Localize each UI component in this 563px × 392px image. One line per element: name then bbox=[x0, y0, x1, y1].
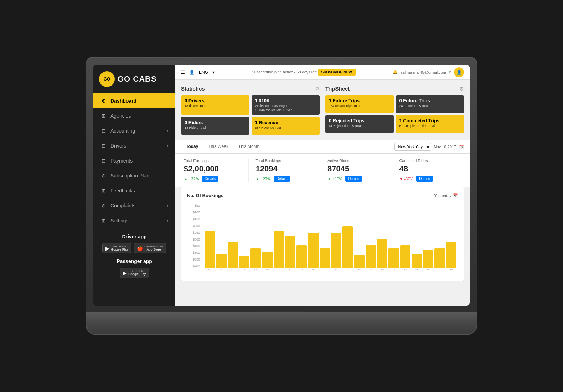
menu-icon[interactable]: ☰ bbox=[181, 70, 185, 75]
settings-chevron-icon: › bbox=[167, 219, 168, 223]
chart-header: No. Of Bookings Yesterday 📅 bbox=[187, 193, 458, 198]
topbar-center: Subscription plan active - 68 days left … bbox=[219, 69, 388, 76]
user-icon[interactable]: 👤 bbox=[189, 70, 195, 75]
sidebar-item-complaints[interactable]: ⊙ Complaints › bbox=[93, 198, 175, 213]
x-label-10: 25 bbox=[319, 268, 330, 275]
x-label-14: 29 bbox=[365, 268, 376, 275]
calendar-icon[interactable]: 📅 bbox=[459, 145, 464, 149]
bar-group-21 bbox=[446, 204, 456, 268]
agencies-nav-label: Agencies bbox=[110, 113, 131, 119]
complaints-nav-label: Complaints bbox=[110, 203, 135, 208]
date-display: Nov 10,2017 bbox=[434, 145, 456, 149]
y-label: $200 bbox=[187, 224, 201, 228]
google-play-icon: ▶ bbox=[105, 246, 109, 251]
sidebar-item-subscription[interactable]: ⊙ Subscription Plan bbox=[93, 168, 175, 183]
bar-group-10 bbox=[320, 204, 330, 268]
bar-group-3 bbox=[239, 204, 249, 268]
sidebar-item-agencies[interactable]: ⊞ Agencies bbox=[93, 108, 175, 123]
tripsheet-settings-icon[interactable]: ⚙ bbox=[459, 86, 464, 92]
passenger-google-play-button[interactable]: ▶ GET IT ON Google Play bbox=[120, 268, 149, 278]
bar-group-4 bbox=[250, 204, 261, 268]
google-play-label: Google Play bbox=[111, 248, 128, 251]
tab-this-month[interactable]: This Month bbox=[233, 140, 264, 153]
y-label: $300 bbox=[187, 238, 201, 241]
settings-nav-icon: ⊞ bbox=[100, 217, 107, 224]
y-label: $150 bbox=[187, 217, 201, 221]
drivers-chevron-icon: › bbox=[167, 144, 168, 148]
bar-0 bbox=[205, 231, 215, 268]
passenger-app-title: Passenger app bbox=[99, 258, 170, 264]
chart-period: Yesterday 📅 bbox=[434, 193, 458, 198]
chart-period-label: Yesterday bbox=[434, 194, 451, 198]
subscribe-now-button[interactable]: SUBSCRIBE NOW bbox=[318, 69, 356, 76]
avatar[interactable]: 👤 bbox=[454, 67, 464, 77]
user-email: salmanmar45@gmail.com bbox=[401, 70, 446, 74]
chart-area: $700$600$500$400$300$250$200$150$100$50 … bbox=[187, 204, 458, 275]
apple-icon: 🍎 bbox=[137, 246, 143, 251]
dashboard-nav-icon: ⊙ bbox=[100, 98, 107, 104]
bar-7 bbox=[285, 236, 295, 268]
app-store-button[interactable]: 🍎 Download on the App Store bbox=[134, 243, 166, 253]
passenger-google-play-icon: ▶ bbox=[123, 270, 127, 276]
tripsheet-cards: 1 Future Trips184 Instant Trips Total0 F… bbox=[325, 95, 464, 133]
statistics-settings-icon[interactable]: ⚙ bbox=[315, 86, 320, 92]
sidebar-item-payments[interactable]: ⊟ Payments bbox=[93, 153, 175, 168]
metric-value-2: 87045 bbox=[327, 164, 389, 174]
chart-x-labels: 1516171819202122232425262728293031323334… bbox=[203, 268, 458, 275]
accounting-nav-icon: ⊟ bbox=[100, 128, 107, 134]
metric-details-button-0[interactable]: Details bbox=[202, 176, 218, 182]
bar-14 bbox=[366, 245, 376, 268]
bar-10 bbox=[320, 248, 330, 268]
metrics-row: Total Earnings $2,00,000 ▲ +32% Details … bbox=[175, 154, 470, 187]
metric-card-1: Total Bookings 12094 ▲ +27% Details bbox=[253, 159, 321, 182]
sidebar-item-dashboard[interactable]: ⊙ Dashboard bbox=[93, 93, 175, 108]
stat-card-sub-2-0: 61 Rejected Trips Total bbox=[329, 124, 390, 128]
lang-selector[interactable]: ENG bbox=[199, 70, 208, 75]
x-label-6: 21 bbox=[273, 268, 284, 275]
x-label-12: 27 bbox=[342, 268, 353, 275]
y-label: $500 bbox=[187, 251, 201, 254]
city-select[interactable]: New York City bbox=[394, 143, 431, 151]
bar-17 bbox=[400, 245, 410, 268]
bar-9 bbox=[308, 233, 318, 268]
topbar-right: 🔔 salmanmar45@gmail.com ▾ 👤 bbox=[393, 67, 464, 77]
chart-calendar-icon[interactable]: 📅 bbox=[453, 193, 458, 198]
tab-this-week[interactable]: This Week bbox=[203, 140, 233, 153]
x-label-20: 35 bbox=[434, 268, 445, 275]
tab-today[interactable]: Today bbox=[181, 140, 203, 153]
passenger-get-it-on: GET IT ON bbox=[128, 270, 146, 272]
sidebar-item-drivers[interactable]: ⊡ Drivers › bbox=[93, 138, 175, 153]
subscription-nav-icon: ⊙ bbox=[100, 172, 107, 179]
x-label-3: 18 bbox=[239, 268, 249, 275]
metric-footer-2: ▲ +10% Details bbox=[327, 176, 389, 182]
get-it-on-label: GET IT ON bbox=[111, 245, 128, 248]
sidebar-item-accounting[interactable]: ⊟ Accounting › bbox=[93, 123, 175, 138]
metric-footer-3: ▼ -37% Details bbox=[399, 176, 461, 182]
notification-icon[interactable]: 🔔 bbox=[393, 70, 398, 74]
stat-card-0: 0 Drivers13 drivers Total bbox=[181, 95, 249, 115]
screen-bezel: GO GO CABS ⊙ Dashboard ⊞ Agencies ⊟ Acco… bbox=[93, 65, 470, 306]
driver-app-title: Driver app bbox=[99, 234, 170, 239]
y-label: $600 bbox=[187, 258, 201, 261]
metric-details-button-2[interactable]: Details bbox=[345, 176, 362, 182]
metric-value-0: $2,00,000 bbox=[184, 164, 246, 174]
google-play-button[interactable]: ▶ GET IT ON Google Play bbox=[102, 243, 131, 253]
bar-group-2 bbox=[228, 204, 238, 268]
sidebar-item-feedbacks[interactable]: ⊞ Feedbacks bbox=[93, 183, 175, 198]
drivers-nav-label: Drivers bbox=[110, 143, 126, 149]
app-store-label: App Store bbox=[146, 248, 161, 251]
stat-card-sub-1-1: 1.084K Wallet Total Driver bbox=[255, 108, 316, 112]
metric-details-button-3[interactable]: Details bbox=[416, 176, 433, 182]
bar-15 bbox=[377, 239, 387, 268]
tripsheet-title: TripSheet bbox=[325, 86, 350, 92]
logo-area: GO GO CABS bbox=[93, 65, 175, 93]
bar-8 bbox=[296, 245, 307, 268]
screen: GO GO CABS ⊙ Dashboard ⊞ Agencies ⊟ Acco… bbox=[93, 65, 470, 306]
logo-initials: GO bbox=[104, 77, 110, 82]
metric-change-2: ▲ +10% bbox=[327, 177, 342, 181]
metric-details-button-1[interactable]: Details bbox=[274, 176, 290, 182]
agencies-nav-icon: ⊞ bbox=[100, 113, 107, 119]
settings-nav-label: Settings bbox=[110, 218, 129, 223]
bar-group-19 bbox=[423, 204, 433, 268]
sidebar-item-settings[interactable]: ⊞ Settings › bbox=[93, 213, 175, 228]
